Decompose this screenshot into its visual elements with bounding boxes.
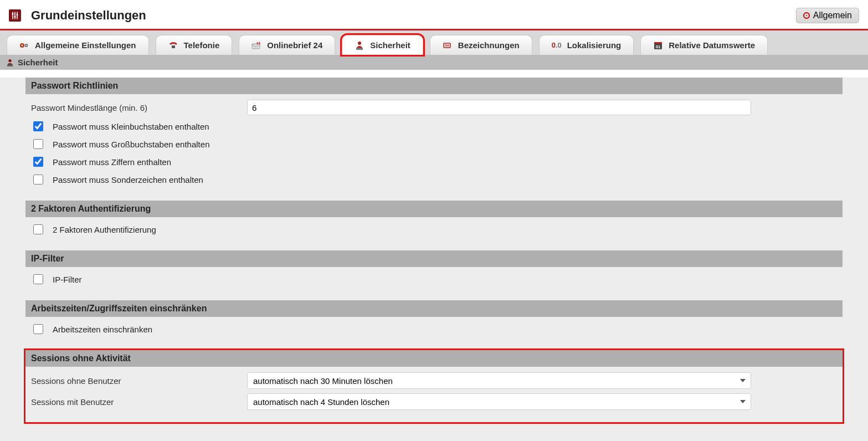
- checkbox-digits-label: Passwort muss Ziffern enthalten: [53, 157, 171, 167]
- allgemein-button[interactable]: Allgemein: [796, 8, 859, 23]
- tab-general[interactable]: Allgemeine Einstellungen: [7, 35, 149, 55]
- section-title: Passwort Richtlinien: [25, 78, 843, 94]
- footer: Speichern: [0, 439, 868, 441]
- checkbox-arbeitszeiten-label: Arbeitszeiten einschränken: [53, 325, 152, 334]
- tab-label: Lokalisierung: [567, 40, 622, 50]
- record-dot-icon: [803, 12, 810, 19]
- min-length-label: Passwort Mindestlänge (min. 6): [31, 103, 247, 112]
- checkbox-special-label: Passwort muss Sonderzeichen enthalten: [53, 175, 203, 184]
- checkbox-ip-filter[interactable]: [33, 274, 43, 284]
- page-header: Grundeinstellungen Allgemein: [0, 0, 868, 30]
- svg-rect-10: [172, 45, 175, 48]
- mail24-icon: 24: [251, 41, 261, 50]
- tab-relative-datumswerte[interactable]: 31 Relative Datumswerte: [640, 35, 768, 55]
- section-2fa: 2 Faktoren Authentifizierung 2 Faktoren …: [25, 201, 843, 243]
- section-sessions: Sessions ohne Aktivität Sessions ohne Be…: [25, 350, 843, 422]
- tab-onlinebrief[interactable]: 24 Onlinebrief 24: [239, 35, 335, 55]
- checkbox-lowercase[interactable]: [33, 121, 43, 131]
- phone-icon: [168, 41, 178, 50]
- tab-label: Bezeichnungen: [458, 40, 520, 50]
- checkbox-digits[interactable]: [33, 157, 43, 167]
- checkbox-ip-filter-label: IP-Filter: [53, 275, 82, 284]
- page-title: Grundeinstellungen: [31, 8, 146, 23]
- svg-rect-14: [356, 48, 363, 50]
- tab-label: Relative Datumswerte: [669, 40, 755, 50]
- tab-telefonie[interactable]: Telefonie: [156, 35, 233, 55]
- tab-bezeichnungen[interactable]: Bezeichnungen: [430, 35, 532, 55]
- svg-text:31: 31: [656, 44, 661, 49]
- security-icon: [6, 59, 14, 66]
- svg-rect-4: [14, 16, 16, 17]
- svg-point-21: [8, 59, 11, 61]
- subheader-label: Sicherheit: [18, 58, 58, 67]
- checkbox-special[interactable]: [33, 175, 43, 184]
- allgemein-label: Allgemein: [813, 11, 852, 20]
- checkbox-2fa[interactable]: [33, 224, 43, 234]
- svg-point-7: [22, 44, 23, 46]
- tabs-bar: Allgemeine Einstellungen Telefonie 24 On…: [0, 30, 868, 55]
- settings-sliders-icon: [9, 9, 21, 22]
- svg-point-13: [358, 42, 361, 45]
- checkbox-2fa-label: 2 Faktoren Authentifizierung: [53, 225, 156, 234]
- tab-lokalisierung[interactable]: 0.0 Lokalisierung: [539, 35, 634, 55]
- section-title: Arbeitszeiten/Zugriffszeiten einschränke…: [25, 300, 843, 317]
- svg-rect-3: [12, 13, 14, 14]
- tab-sicherheit[interactable]: Sicherheit: [342, 35, 423, 55]
- tab-label: Onlinebrief 24: [267, 40, 322, 50]
- section-subheader: Sicherheit: [0, 55, 868, 70]
- checkbox-uppercase[interactable]: [33, 139, 43, 149]
- checkbox-uppercase-label: Passwort muss Großbuchstaben enthalten: [53, 140, 209, 149]
- decimal-icon: 0.0: [552, 41, 562, 50]
- min-length-input[interactable]: [247, 100, 751, 115]
- section-title: 2 Faktoren Authentifizierung: [25, 201, 843, 217]
- svg-point-9: [26, 45, 27, 46]
- svg-rect-5: [17, 14, 18, 16]
- svg-rect-22: [7, 64, 13, 66]
- gears-icon: [19, 41, 29, 50]
- section-passwort-richtlinien: Passwort Richtlinien Passwort Mindestlän…: [25, 78, 843, 193]
- svg-text:24: 24: [256, 42, 260, 45]
- tab-label: Sicherheit: [370, 40, 410, 50]
- security-icon: [355, 41, 364, 50]
- section-arbeitszeiten: Arbeitszeiten/Zugriffszeiten einschränke…: [25, 300, 843, 342]
- svg-rect-15: [444, 43, 450, 48]
- section-title: Sessions ohne Aktivität: [25, 350, 843, 367]
- calendar-icon: 31: [653, 41, 663, 50]
- checkbox-lowercase-label: Passwort muss Kleinbuchstaben enthalten: [53, 122, 209, 131]
- svg-rect-19: [654, 42, 662, 44]
- section-title: IP-Filter: [25, 250, 843, 267]
- tab-label: Allgemeine Einstellungen: [35, 40, 136, 50]
- content-area: Passwort Richtlinien Passwort Mindestlän…: [0, 78, 868, 441]
- sessions-no-user-label: Sessions ohne Benutzer: [31, 376, 247, 386]
- tab-label: Telefonie: [184, 40, 220, 50]
- sessions-no-user-select[interactable]: automatisch nach 30 Minuten löschen: [247, 372, 751, 389]
- section-ip-filter: IP-Filter IP-Filter: [25, 250, 843, 293]
- checkbox-arbeitszeiten[interactable]: [33, 324, 43, 334]
- sessions-with-user-label: Sessions mit Benutzer: [31, 397, 247, 407]
- sessions-with-user-select[interactable]: automatisch nach 4 Stunden löschen: [247, 393, 751, 410]
- tags-icon: [443, 41, 453, 50]
